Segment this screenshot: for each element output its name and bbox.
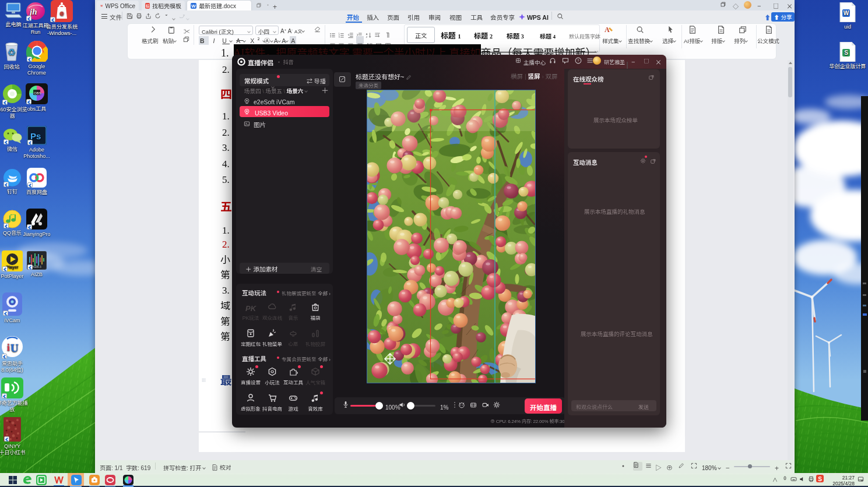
svg-text:A: A [605, 26, 610, 34]
svg-text:AIZB-3: AIZB-3 [32, 264, 41, 269]
svg-text:jh: jh [29, 7, 37, 16]
svg-text:e: e [59, 7, 64, 18]
svg-text:i: i [7, 342, 10, 353]
svg-text:♻: ♻ [8, 47, 15, 57]
svg-text:W: W [844, 8, 849, 17]
svg-text:?: ? [577, 59, 579, 62]
svg-text:OBS: OBS [34, 90, 41, 96]
svg-text:S: S [844, 48, 848, 57]
svg-text:U: U [10, 342, 19, 354]
